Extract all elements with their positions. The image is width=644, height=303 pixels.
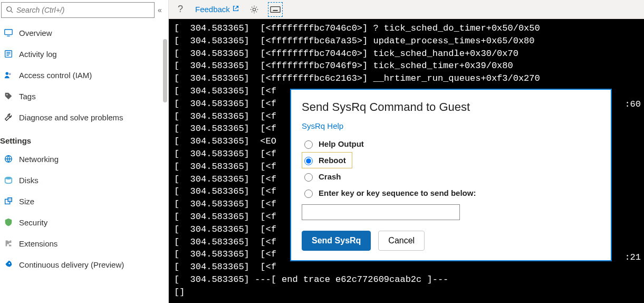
svg-point-12 <box>5 177 12 179</box>
nav-label: Access control (IAM) <box>19 71 92 80</box>
sidebar-item-size[interactable]: Size <box>0 191 162 212</box>
serial-console[interactable]: [ 304.583365] [<ffffffffbc7046c0>] ? tic… <box>169 19 644 303</box>
external-link-icon <box>232 5 239 14</box>
sidebar-item-security[interactable]: Security <box>0 212 162 233</box>
svg-line-1 <box>11 11 13 13</box>
console-fragment: :60 <box>624 98 641 111</box>
feedback-label: Feedback <box>195 5 230 14</box>
sidebar-item-networking[interactable]: Networking <box>0 148 162 169</box>
sidebar-item-diagnose[interactable]: Diagnose and solve problems <box>0 107 162 128</box>
key-sequence-input[interactable] <box>302 204 460 220</box>
nav-label: Networking <box>19 155 59 164</box>
search-icon <box>6 6 13 15</box>
size-icon <box>3 196 14 206</box>
svg-point-16 <box>253 8 255 11</box>
console-fragment: :21 <box>624 251 641 264</box>
help-icon[interactable]: ? <box>174 3 187 16</box>
svg-point-9 <box>9 73 11 75</box>
svg-rect-17 <box>271 6 280 12</box>
main-panel: ? Feedback <box>169 0 644 303</box>
nav-label: Tags <box>19 92 36 101</box>
radio-crash-input[interactable] <box>304 173 313 182</box>
svg-point-15 <box>8 263 10 264</box>
svg-rect-14 <box>8 198 12 202</box>
sidebar-item-activity-log[interactable]: Activity log <box>0 43 162 64</box>
svg-point-0 <box>7 6 12 11</box>
search-box[interactable] <box>1 2 155 18</box>
sysrq-help-link[interactable]: SysRq Help <box>302 121 343 130</box>
sidebar-item-overview[interactable]: Overview <box>0 22 162 43</box>
shield-icon <box>3 217 14 228</box>
radio-label: Enter key or key sequence to send below: <box>319 188 476 197</box>
sidebar-item-tags[interactable]: Tags <box>0 86 162 107</box>
sysrq-dialog: Send SysRq Command to Guest SysRq Help H… <box>290 89 612 261</box>
section-settings: Settings <box>0 128 162 148</box>
radio-help-output-input[interactable] <box>304 140 313 149</box>
nav-label: Diagnose and solve problems <box>19 113 123 122</box>
radio-crash[interactable]: Crash <box>302 168 600 185</box>
network-icon <box>3 154 14 164</box>
sidebar: « Overview Activity log <box>0 0 169 303</box>
people-icon <box>3 70 14 80</box>
nav-label: Security <box>19 218 47 227</box>
sidebar-item-access-control[interactable]: Access control (IAM) <box>0 64 162 86</box>
nav-label: Continuous delivery (Preview) <box>19 260 124 269</box>
sidebar-item-extensions[interactable]: Extensions <box>0 233 162 254</box>
radio-label: Help Output <box>319 139 364 148</box>
puzzle-icon <box>3 238 14 249</box>
toolbar: ? Feedback <box>169 0 644 19</box>
radio-label: Crash <box>319 172 341 181</box>
log-icon <box>3 49 14 59</box>
monitor-icon <box>3 27 14 38</box>
sidebar-item-disks[interactable]: Disks <box>0 169 162 191</box>
send-sysrq-button[interactable]: Send SysRq <box>302 231 371 251</box>
tag-icon <box>3 91 14 101</box>
keyboard-icon[interactable] <box>269 3 282 16</box>
svg-point-10 <box>6 94 7 95</box>
radio-label: Reboot <box>319 156 346 165</box>
collapse-sidebar-button[interactable]: « <box>155 6 165 14</box>
radio-reboot[interactable]: Reboot <box>302 152 352 168</box>
nav-label: Extensions <box>19 239 57 248</box>
nav-label: Activity log <box>19 50 57 59</box>
gear-icon[interactable] <box>248 3 261 16</box>
dialog-title: Send SysRq Command to Guest <box>302 100 600 114</box>
cancel-button[interactable]: Cancel <box>378 231 425 251</box>
rocket-icon <box>3 259 14 270</box>
disks-icon <box>3 175 14 185</box>
nav-label: Overview <box>19 29 52 37</box>
radio-help-output[interactable]: Help Output <box>302 136 600 152</box>
svg-point-8 <box>6 72 8 75</box>
radio-reboot-input[interactable] <box>304 157 313 165</box>
radio-custom-key-input[interactable] <box>304 190 313 198</box>
nav-label: Disks <box>19 176 39 185</box>
sidebar-item-continuous-delivery[interactable]: Continuous delivery (Preview) <box>0 254 162 275</box>
svg-rect-2 <box>5 30 12 35</box>
radio-custom-key[interactable]: Enter key or key sequence to send below: <box>302 185 600 201</box>
feedback-link[interactable]: Feedback <box>195 5 239 14</box>
wrench-icon <box>3 112 14 122</box>
nav-label: Size <box>19 197 34 206</box>
search-input[interactable] <box>13 5 150 15</box>
